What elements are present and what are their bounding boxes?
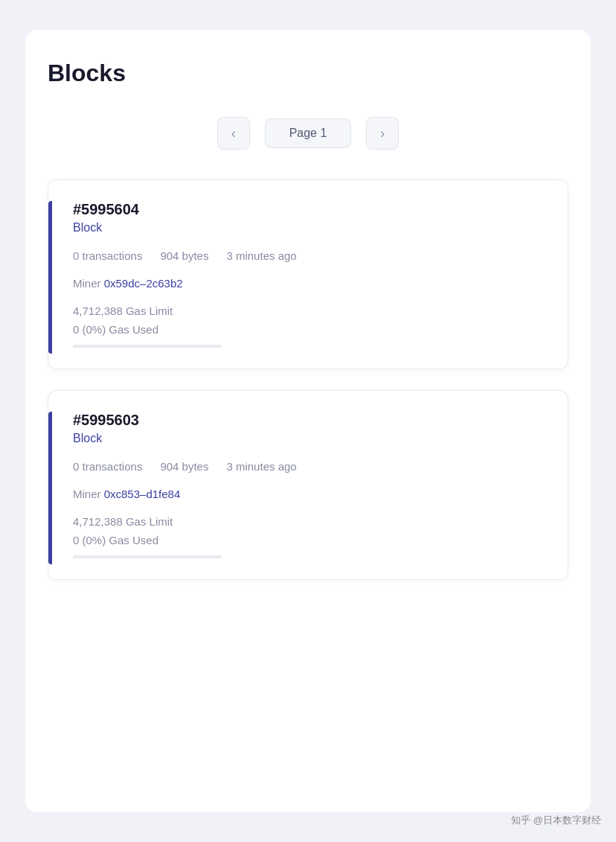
miner-address[interactable]: 0xc853–d1fe84	[104, 488, 181, 500]
prev-page-button[interactable]: ‹	[217, 117, 250, 150]
miner-row: Miner 0xc853–d1fe84	[73, 488, 547, 500]
block-size: 904 bytes	[160, 460, 208, 473]
block-time: 3 minutes ago	[226, 460, 296, 473]
gas-bar-container	[73, 345, 222, 348]
miner-row: Miner 0x59dc–2c63b2	[73, 277, 547, 290]
gas-bar-container	[73, 555, 222, 558]
block-content: #5995604 Block 0 transactions 904 bytes …	[73, 201, 547, 354]
block-accent	[48, 412, 52, 564]
gas-limit: 4,712,388 Gas Limit	[73, 304, 547, 317]
block-accent	[48, 201, 52, 354]
block-transactions: 0 transactions	[73, 460, 142, 473]
miner-label: Miner	[73, 277, 104, 290]
gas-used: 0 (0%) Gas Used	[73, 323, 547, 336]
block-content: #5995603 Block 0 transactions 904 bytes …	[73, 412, 547, 564]
miner-label: Miner	[73, 488, 104, 500]
block-time: 3 minutes ago	[226, 249, 296, 262]
block-card-0: #5995604 Block 0 transactions 904 bytes …	[48, 179, 568, 369]
block-number: #5995603	[73, 412, 547, 429]
page-title: Blocks	[48, 60, 568, 87]
watermark: 知乎 @日本数字财经	[511, 814, 601, 827]
page-container: Blocks ‹ Page 1 › #5995604 Block 0 trans…	[25, 30, 591, 812]
miner-address[interactable]: 0x59dc–2c63b2	[104, 277, 183, 290]
block-size: 904 bytes	[160, 249, 208, 262]
pagination: ‹ Page 1 ›	[48, 117, 568, 150]
blocks-list: #5995604 Block 0 transactions 904 bytes …	[48, 179, 568, 580]
gas-info: 4,712,388 Gas Limit 0 (0%) Gas Used	[73, 515, 547, 558]
block-number: #5995604	[73, 201, 547, 218]
gas-info: 4,712,388 Gas Limit 0 (0%) Gas Used	[73, 304, 547, 348]
block-card-1: #5995603 Block 0 transactions 904 bytes …	[48, 390, 568, 580]
block-meta: 0 transactions 904 bytes 3 minutes ago	[73, 460, 547, 473]
block-type-link[interactable]: Block	[73, 221, 102, 235]
block-type-link[interactable]: Block	[73, 432, 102, 445]
block-meta: 0 transactions 904 bytes 3 minutes ago	[73, 249, 547, 262]
block-transactions: 0 transactions	[73, 249, 142, 262]
page-indicator: Page 1	[265, 118, 352, 148]
gas-used: 0 (0%) Gas Used	[73, 534, 547, 546]
next-page-button[interactable]: ›	[366, 117, 399, 150]
gas-limit: 4,712,388 Gas Limit	[73, 515, 547, 528]
